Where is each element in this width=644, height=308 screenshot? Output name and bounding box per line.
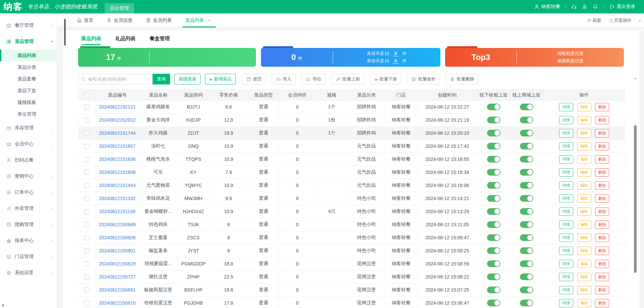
subtab-box-management[interactable]: 餐盒管理 bbox=[150, 36, 170, 45]
edit-button[interactable]: 编辑 bbox=[577, 299, 591, 307]
row-checkbox[interactable] bbox=[85, 301, 90, 306]
detail-button[interactable]: 详情 bbox=[559, 116, 573, 124]
pos-on-shelf-toggle[interactable] bbox=[487, 260, 500, 267]
edit-button[interactable]: 编辑 bbox=[577, 207, 591, 216]
batch-price-button[interactable]: 批量改价 bbox=[407, 74, 440, 84]
delete-button[interactable]: 删除 bbox=[595, 273, 609, 281]
delete-button[interactable]: 删除 bbox=[595, 221, 609, 229]
row-checkbox[interactable] bbox=[85, 157, 90, 162]
edit-button[interactable]: 编辑 bbox=[577, 181, 591, 190]
scrollbar-thumb[interactable] bbox=[634, 125, 637, 273]
delete-button[interactable]: 删除 bbox=[595, 194, 609, 203]
row-checkbox[interactable] bbox=[85, 183, 90, 188]
delete-button[interactable]: 删除 bbox=[595, 181, 609, 190]
admin-nav-button[interactable]: 后台管理 bbox=[105, 3, 134, 13]
advanced-search-button[interactable]: 高级搜索 bbox=[174, 74, 201, 84]
tab-dish-list[interactable]: 菜品列表 × bbox=[184, 13, 211, 27]
pos-on-shelf-toggle[interactable] bbox=[487, 104, 500, 110]
pos-on-shelf-toggle[interactable] bbox=[487, 300, 500, 306]
sidebar-item-reports[interactable]: 报表中心 › bbox=[0, 233, 57, 249]
sidebar-item-members[interactable]: 会员中心 › bbox=[0, 136, 57, 152]
edit-button[interactable]: 编辑 bbox=[577, 168, 591, 177]
sidebar-scroll-down-icon[interactable]: ▼ bbox=[1, 303, 5, 307]
edit-button[interactable]: 编辑 bbox=[577, 194, 591, 203]
dish-id-link[interactable]: 20240812150949 bbox=[99, 222, 136, 227]
dish-id-link[interactable]: 20240812150651 bbox=[99, 287, 136, 293]
mall-on-shelf-toggle[interactable] bbox=[520, 104, 533, 110]
sidebar-item-dishes[interactable]: 菜品管理 › bbox=[0, 34, 57, 50]
submenu-item-spec-template[interactable]: 规格模板 bbox=[0, 97, 57, 108]
pos-on-shelf-toggle[interactable] bbox=[487, 130, 500, 136]
pos-on-shelf-toggle[interactable] bbox=[487, 273, 500, 280]
row-checkbox[interactable] bbox=[85, 288, 90, 293]
support-headset-icon[interactable] bbox=[571, 4, 577, 9]
delete-button[interactable]: 删除 bbox=[595, 142, 609, 150]
dish-id-link[interactable]: 20240812150901 bbox=[99, 248, 136, 253]
detail-button[interactable]: 详情 bbox=[559, 207, 573, 216]
close-tab-icon[interactable]: × bbox=[207, 17, 210, 23]
low-stock-value[interactable]: 0 bbox=[392, 51, 399, 56]
detail-button[interactable]: 详情 bbox=[559, 247, 573, 255]
dish-id-link[interactable]: 20240812151744 bbox=[99, 130, 136, 136]
dish-id-link[interactable]: 20240812151332 bbox=[99, 196, 136, 201]
sidebar-item-orders[interactable]: 订单中心 › bbox=[0, 184, 57, 200]
pos-on-shelf-toggle[interactable] bbox=[487, 117, 500, 123]
delete-button[interactable]: 删除 bbox=[595, 116, 609, 124]
subtab-dish-list[interactable]: 菜品列表 bbox=[81, 36, 101, 45]
detail-button[interactable]: 详情 bbox=[559, 221, 573, 229]
mall-on-shelf-toggle[interactable] bbox=[520, 130, 533, 136]
export-button[interactable]: 导出 bbox=[302, 74, 326, 84]
select-all-checkbox[interactable] bbox=[85, 93, 90, 98]
row-checkbox[interactable] bbox=[85, 248, 90, 253]
edit-button[interactable]: 编辑 bbox=[577, 142, 591, 150]
detail-button[interactable]: 详情 bbox=[559, 103, 573, 111]
tab-member-info[interactable]: 会员信息 bbox=[106, 13, 133, 27]
mall-on-shelf-toggle[interactable] bbox=[520, 260, 533, 267]
subtab-gift-list[interactable]: 礼品列表 bbox=[115, 36, 136, 45]
search-input[interactable] bbox=[88, 77, 150, 82]
pos-on-shelf-toggle[interactable] bbox=[487, 287, 500, 293]
dish-id-link[interactable]: 20240812150829 bbox=[99, 261, 136, 266]
edit-button[interactable]: 编辑 bbox=[577, 155, 591, 164]
submenu-item-dish-dispatch[interactable]: 菜品下发 bbox=[0, 85, 57, 97]
more-chevron-icon[interactable]: › bbox=[639, 17, 641, 23]
delete-button[interactable]: 删除 bbox=[595, 299, 609, 307]
sidebar-item-inventory[interactable]: 库存管理 › bbox=[0, 120, 57, 136]
delete-button[interactable]: 删除 bbox=[595, 286, 609, 294]
detail-button[interactable]: 详情 bbox=[559, 273, 573, 281]
mall-on-shelf-toggle[interactable] bbox=[520, 208, 533, 215]
pos-on-shelf-toggle[interactable] bbox=[487, 221, 500, 228]
edit-button[interactable]: 编辑 bbox=[577, 260, 591, 268]
dish-id-link[interactable]: 20240812151636 bbox=[99, 157, 136, 162]
edit-button[interactable]: 编辑 bbox=[577, 129, 591, 137]
tab-home[interactable]: 首页 bbox=[76, 13, 94, 27]
edit-button[interactable]: 编辑 bbox=[577, 247, 591, 255]
submenu-item-dish-category[interactable]: 菜品分类 bbox=[0, 61, 57, 73]
pos-on-shelf-toggle[interactable] bbox=[487, 247, 500, 254]
row-checkbox[interactable] bbox=[85, 118, 90, 123]
row-checkbox[interactable] bbox=[85, 222, 90, 227]
scroll-up-icon[interactable]: ▲ bbox=[633, 76, 638, 80]
row-checkbox[interactable] bbox=[85, 144, 90, 149]
edit-button[interactable]: 编辑 bbox=[577, 221, 591, 229]
edit-button[interactable]: 编辑 bbox=[577, 103, 591, 111]
refresh-button[interactable]: ⟳ 刷新 bbox=[587, 17, 601, 23]
mall-on-shelf-toggle[interactable] bbox=[520, 247, 533, 254]
detail-button[interactable]: 详情 bbox=[559, 194, 573, 203]
mall-on-shelf-toggle[interactable] bbox=[520, 221, 533, 228]
pos-on-shelf-toggle[interactable] bbox=[487, 182, 500, 189]
mall-on-shelf-toggle[interactable] bbox=[520, 143, 533, 149]
dish-id-link[interactable]: 20240812151108 bbox=[99, 209, 136, 214]
page-operations-button[interactable]: ◷ 页面操作 bbox=[609, 17, 632, 23]
delete-button[interactable]: 删除 bbox=[595, 234, 609, 242]
dish-id-link[interactable]: 20240812151608 bbox=[99, 170, 136, 175]
sidebar-item-stores[interactable]: 门店管理 › bbox=[0, 249, 57, 265]
sidebar-item-takeout[interactable]: 外卖管理 › bbox=[0, 200, 57, 217]
pos-on-shelf-toggle[interactable] bbox=[487, 195, 500, 202]
row-checkbox[interactable] bbox=[85, 235, 90, 240]
dish-id-link[interactable]: 20240812152012 bbox=[99, 117, 136, 123]
row-checkbox[interactable] bbox=[85, 105, 90, 110]
bell-icon[interactable] bbox=[593, 4, 598, 9]
detail-button[interactable]: 详情 bbox=[559, 234, 573, 242]
pos-on-shelf-toggle[interactable] bbox=[487, 169, 500, 176]
